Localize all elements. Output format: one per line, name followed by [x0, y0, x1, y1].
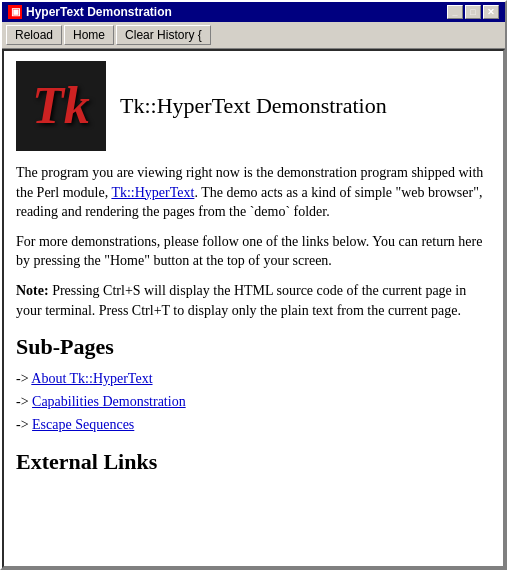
about-link[interactable]: About Tk::HyperText	[31, 371, 152, 386]
title-controls: _ □ ✕	[447, 5, 499, 19]
minimize-button[interactable]: _	[447, 5, 463, 19]
note-paragraph: Note: Pressing Ctrl+S will display the H…	[16, 281, 491, 320]
close-button[interactable]: ✕	[483, 5, 499, 19]
arrow-icon-3: ->	[16, 417, 32, 432]
note-text: Pressing Ctrl+S will display the HTML so…	[16, 283, 466, 318]
escape-link[interactable]: Escape Sequences	[32, 417, 134, 432]
nav-item-capabilities: -> Capabilities Demonstration	[16, 391, 491, 412]
main-title: Tk::HyperText Demonstration	[120, 93, 387, 119]
logo-box: Tk	[16, 61, 106, 151]
main-window: ▣ HyperText Demonstration _ □ ✕ Reload H…	[0, 0, 507, 570]
window-icon: ▣	[8, 5, 22, 19]
capabilities-link[interactable]: Capabilities Demonstration	[32, 394, 186, 409]
nav-item-about: -> About Tk::HyperText	[16, 368, 491, 389]
toolbar: Reload Home Clear History {	[2, 22, 505, 49]
hypertext-link[interactable]: Tk::HyperText	[111, 185, 194, 200]
maximize-button[interactable]: □	[465, 5, 481, 19]
home-button[interactable]: Home	[64, 25, 114, 45]
window-title: HyperText Demonstration	[26, 5, 172, 19]
clear-history-button[interactable]: Clear History {	[116, 25, 211, 45]
scrollable-content[interactable]: Tk Tk::HyperText Demonstration The progr…	[2, 49, 505, 568]
nav-item-escape: -> Escape Sequences	[16, 414, 491, 435]
external-links-heading: External Links	[16, 449, 491, 475]
reload-button[interactable]: Reload	[6, 25, 62, 45]
subpages-heading: Sub-Pages	[16, 334, 491, 360]
paragraph-1: The program you are viewing right now is…	[16, 163, 491, 222]
content-area: Tk Tk::HyperText Demonstration The progr…	[2, 49, 505, 568]
header-section: Tk Tk::HyperText Demonstration	[16, 61, 491, 151]
note-label: Note:	[16, 283, 49, 298]
arrow-icon-2: ->	[16, 394, 32, 409]
paragraph-2: For more demonstrations, please follow o…	[16, 232, 491, 271]
logo-text: Tk	[32, 80, 90, 132]
arrow-icon-1: ->	[16, 371, 31, 386]
title-bar-left: ▣ HyperText Demonstration	[8, 5, 172, 19]
title-bar: ▣ HyperText Demonstration _ □ ✕	[2, 2, 505, 22]
